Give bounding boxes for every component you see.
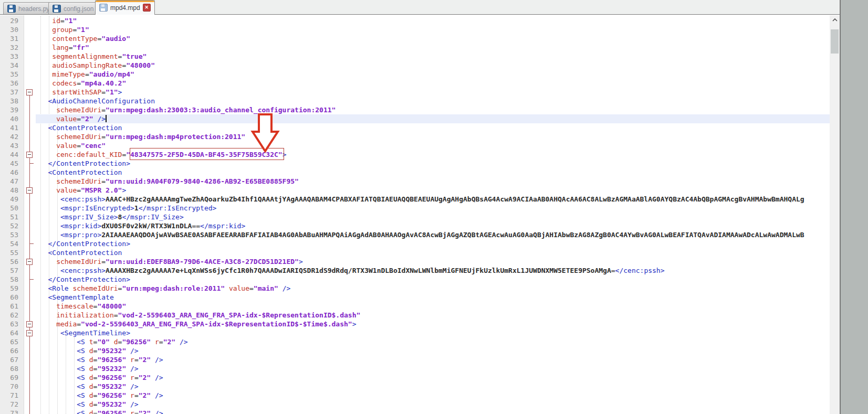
code-line: 60 <SegmentTemplate: [0, 293, 830, 302]
code-editor: 29 id="1"30 group="1"31 contentType="aud…: [0, 15, 840, 414]
code-line: 40 value="2" />: [0, 114, 830, 123]
line-number: 35: [0, 70, 24, 79]
code-text: <ContentProtection: [36, 248, 830, 257]
tab-label: mpd4.mpd: [110, 4, 140, 12]
code-line: 42 schemeIdUri="urn:mpeg:dash:mp4protect…: [0, 132, 830, 141]
fold-margin: [24, 373, 36, 382]
fold-margin: [24, 150, 36, 159]
code-line: 59 <Role schemeIdUri="urn:mpeg:dash:role…: [0, 284, 830, 293]
fold-margin: [24, 337, 36, 346]
tab-bar: headers.py ✕ config.json ✕ mpd4.mpd ✕: [0, 0, 841, 15]
code-line: 41 <ContentProtection: [0, 123, 830, 132]
fold-margin: [24, 320, 36, 328]
fold-margin: [24, 168, 36, 177]
code-line: 47 schemeIdUri="urn:uuid:9A04F079-9840-4…: [0, 177, 830, 186]
fold-collapse-icon[interactable]: [26, 330, 33, 336]
scrollbar-thumb[interactable]: [831, 29, 839, 54]
fold-margin: [24, 275, 36, 284]
line-number: 42: [0, 132, 24, 141]
code-line: 63 media="vod-2-5596403_ARA_ENG_FRA_SPA-…: [0, 320, 830, 328]
code-text: <cenc:pssh>AAAAXHBzc2gAAAAA7e+LqXnWSs6jy…: [36, 266, 830, 275]
code-line: 34 audioSamplingRate="48000": [0, 61, 830, 70]
fold-collapse-icon[interactable]: [26, 259, 33, 265]
line-number: 73: [0, 409, 24, 414]
save-icon: [53, 5, 61, 13]
code-text: schemeIdUri="urn:uuid:EDEF8BA9-79D6-4ACE…: [36, 257, 830, 266]
line-number: 31: [0, 34, 24, 43]
code-line: 31 contentType="audio": [0, 34, 830, 43]
fold-margin: [24, 132, 36, 141]
fold-end-marker: [29, 279, 34, 280]
code-line: 53 <mspr:pro>2AIAAAEAAQDOAjwAVwBSAE0ASAB…: [0, 230, 830, 239]
fold-margin: [24, 123, 36, 132]
line-number: 53: [0, 230, 24, 239]
code-text: <S d="95232" />: [36, 346, 830, 355]
fold-margin: [24, 302, 36, 311]
code-line: 62 initialization="vod-2-5596403_ARA_ENG…: [0, 311, 830, 320]
code-line: 58 </ContentProtection>: [0, 275, 830, 284]
tab-label: headers.py: [18, 5, 49, 13]
code-line: 57 <cenc:pssh>AAAAXHBzc2gAAAAA7e+LqXnWSs…: [0, 266, 830, 275]
fold-margin: [24, 105, 36, 114]
fold-margin: [24, 382, 36, 391]
fold-margin: [24, 355, 36, 364]
fold-margin: [24, 70, 36, 79]
fold-collapse-icon[interactable]: [26, 321, 33, 327]
scroll-up-icon[interactable]: [830, 15, 840, 24]
code-text: schemeIdUri="urn:mpeg:dash:mp4protection…: [36, 132, 830, 141]
code-line: 51 <mspr:IV_Size>8</mspr:IV_Size>: [0, 213, 830, 221]
code-text: schemeIdUri="urn:mpeg:dash:23003:3:audio…: [36, 105, 830, 114]
code-text: <S d="96256" r="2" />: [36, 391, 830, 400]
code-text: media="vod-2-5596403_ARA_ENG_FRA_SPA-idx…: [36, 320, 830, 328]
line-number: 55: [0, 248, 24, 257]
code-text: <S d="95232" />: [36, 364, 830, 373]
fold-margin: [24, 293, 36, 302]
code-line: 39 schemeIdUri="urn:mpeg:dash:23003:3:au…: [0, 105, 830, 114]
fold-margin: [24, 400, 36, 409]
code-line: 48 value="MSPR 2.0">: [0, 186, 830, 195]
annotation-arrow-icon: [247, 110, 289, 157]
line-number: 71: [0, 391, 24, 400]
code-text: <Role schemeIdUri="urn:mpeg:dash:role:20…: [36, 284, 830, 293]
code-text: </ContentProtection>: [36, 159, 830, 168]
fold-margin: [24, 195, 36, 204]
close-icon[interactable]: ✕: [143, 4, 151, 12]
fold-margin: [24, 114, 36, 123]
fold-collapse-icon[interactable]: [26, 187, 33, 194]
code-line: 46 <ContentProtection: [0, 168, 830, 177]
code-text: <SegmentTemplate: [36, 293, 830, 302]
fold-margin: [24, 177, 36, 186]
code-text: startWithSAP="1">: [36, 88, 830, 97]
fold-margin: [24, 266, 36, 275]
code-line: 71 <S d="96256" r="2" />: [0, 391, 830, 400]
line-number: 46: [0, 168, 24, 177]
fold-margin: [24, 61, 36, 70]
code-line: 37 startWithSAP="1">: [0, 88, 830, 97]
fold-margin: [24, 391, 36, 400]
code-text: <S t="0" d="96256" r="2" />: [36, 337, 830, 346]
code-text: <S d="96256" r="2" />: [36, 355, 830, 364]
line-number: 58: [0, 275, 24, 284]
fold-collapse-icon[interactable]: [26, 152, 33, 158]
code-text: <S d="96256" r="2" />: [36, 409, 830, 414]
tab-mpd4-mpd[interactable]: mpd4.mpd ✕: [95, 0, 155, 15]
line-number: 62: [0, 311, 24, 320]
vertical-scrollbar[interactable]: [830, 15, 840, 414]
code-text: schemeIdUri="urn:uuid:9A04F079-9840-4286…: [36, 177, 830, 186]
code-text: </ContentProtection>: [36, 239, 830, 248]
code-line: 73 <S d="96256" r="2" />: [0, 409, 830, 414]
line-number: 37: [0, 88, 24, 97]
line-number: 67: [0, 355, 24, 364]
line-number: 52: [0, 221, 24, 230]
line-number: 57: [0, 266, 24, 275]
fold-margin: [24, 364, 36, 373]
code-text: group="1": [36, 25, 830, 34]
line-number: 59: [0, 284, 24, 293]
code-text: <ContentProtection: [36, 168, 830, 177]
fold-collapse-icon[interactable]: [26, 89, 33, 95]
fold-margin: [24, 88, 36, 97]
code-text: mimeType="audio/mp4": [36, 70, 830, 79]
line-number: 34: [0, 61, 24, 70]
line-number: 40: [0, 114, 24, 123]
fold-margin: [24, 141, 36, 150]
